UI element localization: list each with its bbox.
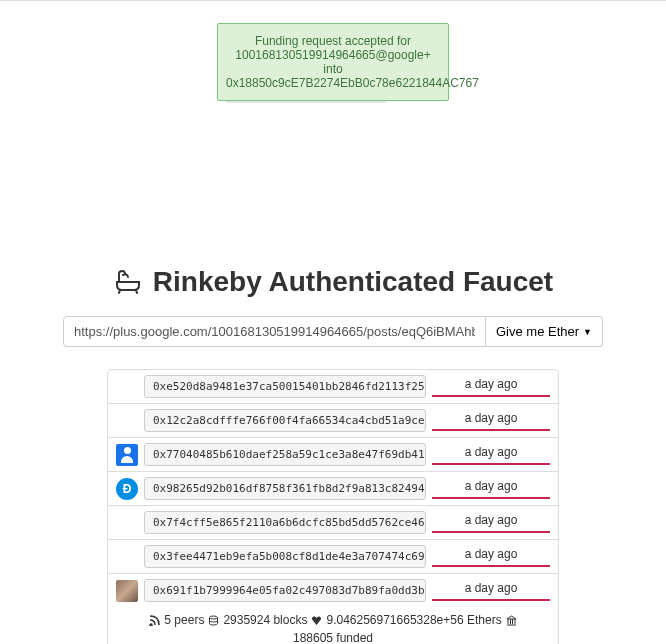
- person-icon: [116, 444, 138, 466]
- address-box[interactable]: 0x12c2a8cdfffe766f00f4fa66534ca4cbd51a9c…: [144, 409, 426, 432]
- progress-underline: [432, 463, 550, 465]
- progress-underline: [432, 497, 550, 499]
- time-label: a day ago: [432, 411, 550, 431]
- transactions-panel: 0xe520d8a9481e37ca50015401bb2846fd2113f2…: [107, 369, 559, 644]
- rss-icon: [149, 615, 160, 626]
- address-box[interactable]: 0x3fee4471eb9efa5b008cf8d1de4e3a707474c6…: [144, 545, 426, 568]
- progress-underline: [432, 565, 550, 567]
- bank-icon: [506, 615, 517, 626]
- alert-line1: Funding request accepted for: [226, 34, 440, 48]
- main-content: Rinkeby Authenticated Faucet Give me Eth…: [0, 266, 666, 644]
- avatar: [116, 410, 138, 432]
- progress-underline: [432, 531, 550, 533]
- peers-text: 5 peers: [164, 613, 204, 627]
- time-label: a day ago: [432, 479, 550, 499]
- status-bar: 5 peers 2935924 blocks 9.046256971665328…: [108, 607, 558, 644]
- avatar: [116, 546, 138, 568]
- address-box[interactable]: 0xe520d8a9481e37ca50015401bb2846fd2113f2…: [144, 375, 426, 398]
- time-label: a day ago: [432, 547, 550, 567]
- transaction-row: Ð0x98265d92b016df8758f361fb8d2f9a813c824…: [108, 472, 558, 506]
- transaction-row: 0x7f4cff5e865f2110a6b6dcfc85bd5dd5762ce4…: [108, 506, 558, 540]
- alert-line3: 0x18850c9cE7B2274EbB0c78e6221844AC767: [226, 76, 440, 90]
- heartbeat-icon: [311, 615, 322, 626]
- blocks-text: 2935924 blocks: [223, 613, 307, 627]
- address-box[interactable]: 0x77040485b610daef258a59c1ce3a8e47f69db4…: [144, 443, 426, 466]
- database-icon: [208, 615, 219, 626]
- bath-icon: [113, 268, 143, 296]
- avatar: [116, 512, 138, 534]
- time-label: a day ago: [432, 445, 550, 465]
- page-title: Rinkeby Authenticated Faucet: [15, 266, 651, 298]
- title-text: Rinkeby Authenticated Faucet: [153, 266, 553, 298]
- address-box[interactable]: 0x98265d92b016df8758f361fb8d2f9a813c8249…: [144, 477, 426, 500]
- progress-underline: [432, 395, 550, 397]
- funded-text: 188605 funded: [293, 631, 373, 644]
- transaction-row: 0x12c2a8cdfffe766f00f4fa66534ca4cbd51a9c…: [108, 404, 558, 438]
- progress-underline: [432, 599, 550, 601]
- transaction-row: 0x77040485b610daef258a59c1ce3a8e47f69db4…: [108, 438, 558, 472]
- progress-underline: [432, 429, 550, 431]
- address-box[interactable]: 0x7f4cff5e865f2110a6b6dcfc85bd5dd5762ce4…: [144, 511, 426, 534]
- time-label: a day ago: [432, 513, 550, 533]
- success-alert: Funding request accepted for 10016813051…: [217, 23, 449, 101]
- transaction-row: 0xe520d8a9481e37ca50015401bb2846fd2113f2…: [108, 370, 558, 404]
- user-photo: [116, 580, 138, 602]
- input-row: Give me Ether ▼: [63, 316, 603, 347]
- alert-shadow: [226, 101, 386, 103]
- social-url-input[interactable]: [63, 316, 486, 347]
- time-label: a day ago: [432, 581, 550, 601]
- svg-point-0: [210, 616, 218, 619]
- caret-down-icon: ▼: [583, 327, 592, 337]
- transaction-row: 0x3fee4471eb9efa5b008cf8d1de4e3a707474c6…: [108, 540, 558, 574]
- give-ether-button[interactable]: Give me Ether ▼: [486, 316, 603, 347]
- time-label: a day ago: [432, 377, 550, 397]
- transaction-row: 0x691f1b7999964e05fa02c497083d7b89fa0dd3…: [108, 574, 558, 607]
- avatar: [116, 376, 138, 398]
- dash-icon: Ð: [116, 478, 138, 500]
- alert-line2: 100168130519914964665@google+ into: [226, 48, 440, 76]
- address-box[interactable]: 0x691f1b7999964e05fa02c497083d7b89fa0dd3…: [144, 579, 426, 602]
- ethers-text: 9.046256971665328e+56 Ethers: [326, 613, 501, 627]
- button-label: Give me Ether: [496, 324, 579, 339]
